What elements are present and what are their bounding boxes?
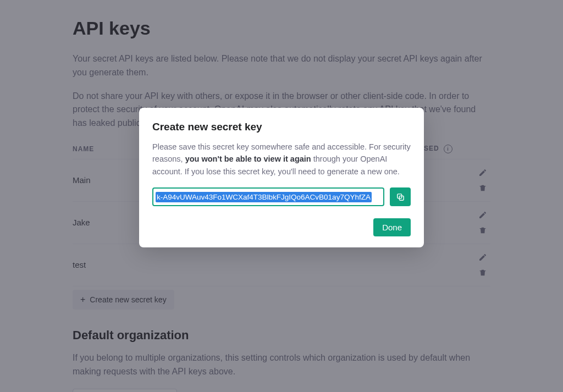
modal-body: Please save this secret key somewhere sa… (152, 141, 411, 178)
secret-key-field[interactable]: k-A94vUWAuv43Fo1WCXaf4T3BlbkFJgIQo6ACvB0… (152, 187, 384, 206)
secret-key-value: k-A94vUWAuv43Fo1WCXaf4T3BlbkFJgIQo6ACvB0… (156, 192, 372, 202)
modal-body-strong: you won't be able to view it again (185, 154, 311, 163)
secret-key-row: k-A94vUWAuv43Fo1WCXaf4T3BlbkFJgIQo6ACvB0… (152, 187, 411, 206)
modal-title: Create new secret key (152, 121, 411, 133)
copy-icon (396, 192, 405, 202)
modal-actions: Done (152, 218, 411, 236)
done-button[interactable]: Done (373, 218, 411, 236)
copy-key-button[interactable] (390, 187, 411, 206)
create-key-modal: Create new secret key Please save this s… (139, 108, 424, 247)
modal-overlay[interactable]: Create new secret key Please save this s… (0, 0, 563, 392)
